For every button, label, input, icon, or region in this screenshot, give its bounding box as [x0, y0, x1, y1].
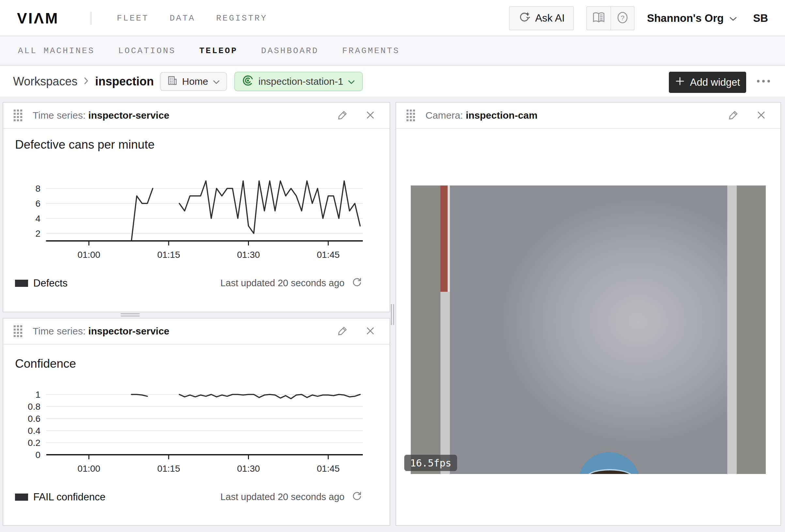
- chart-legend-row: Defects Last updated 20 seconds ago: [15, 277, 362, 290]
- legend-swatch: [15, 280, 28, 287]
- machine-selector[interactable]: inspection-station-1: [234, 72, 363, 91]
- docs-button[interactable]: [587, 7, 610, 30]
- svg-text:01:30: 01:30: [237, 250, 260, 260]
- camera-pale-stripe: [448, 185, 450, 292]
- svg-text:01:00: 01:00: [77, 463, 100, 474]
- widget-title: Camera: inspection-cam: [426, 110, 537, 121]
- camera-stream-image: [411, 185, 766, 474]
- building-icon: [167, 75, 177, 88]
- edit-pencil-icon[interactable]: [728, 110, 739, 122]
- chart-legend-row: FAIL confidence Last updated 20 seconds …: [15, 490, 362, 503]
- tab-all-machines[interactable]: ALL MACHINES: [18, 46, 95, 56]
- camera-right-stripe: [727, 185, 737, 474]
- machine-name: inspection-station-1: [258, 76, 343, 87]
- user-avatar[interactable]: SB: [753, 12, 768, 24]
- more-options-button[interactable]: [757, 80, 770, 82]
- timeseries-widget-confidence: Time series: inspector-service Confidenc…: [3, 318, 390, 526]
- column-resize-handle[interactable]: [391, 304, 394, 325]
- header-actions: Ask AI ?: [509, 0, 768, 36]
- camera-can-object: [578, 452, 640, 474]
- ask-ai-button[interactable]: Ask AI: [509, 6, 574, 30]
- legend-swatch: [15, 494, 28, 501]
- svg-text:01:45: 01:45: [317, 250, 340, 260]
- logo-divider: [91, 12, 91, 25]
- workspace-view-selector[interactable]: Home: [160, 72, 227, 91]
- workspace-toolbar: Workspaces inspection Home: [0, 66, 785, 97]
- breadcrumb-workspace-name[interactable]: inspection: [95, 75, 154, 88]
- svg-text:8: 8: [35, 184, 41, 194]
- add-widget-label: Add widget: [690, 77, 740, 88]
- refresh-icon[interactable]: [352, 490, 362, 503]
- camera-right-band: [737, 185, 766, 474]
- nav-item-fleet[interactable]: FLEET: [117, 14, 149, 23]
- plus-icon: [675, 76, 685, 89]
- drag-handle-icon[interactable]: [407, 109, 415, 121]
- machine-online-icon: [242, 75, 254, 89]
- camera-widget: Camera: inspection-cam: [396, 102, 781, 526]
- fleet-tabs: ALL MACHINES LOCATIONS TELEOP DASHBOARD …: [0, 36, 785, 65]
- svg-text:0.6: 0.6: [28, 414, 41, 424]
- last-updated-text: Last updated 20 seconds ago: [220, 278, 345, 289]
- svg-text:1: 1: [35, 390, 41, 400]
- ask-ai-label: Ask AI: [535, 12, 565, 24]
- svg-text:0: 0: [35, 450, 41, 460]
- breadcrumb: Workspaces inspection: [13, 66, 162, 97]
- camera-lower-stripe: [440, 292, 450, 474]
- workspace-view-label: Home: [182, 76, 208, 87]
- org-name: Shannon's Org: [647, 12, 724, 24]
- close-icon[interactable]: [756, 110, 766, 121]
- chevron-down-icon: [729, 12, 737, 24]
- camera-can-opening: [585, 469, 634, 474]
- svg-text:0.2: 0.2: [28, 438, 41, 448]
- refresh-icon[interactable]: [352, 277, 362, 290]
- ai-sparkle-icon: [518, 11, 531, 26]
- tab-fragments[interactable]: FRAGMENTS: [342, 46, 400, 56]
- nav-item-data[interactable]: DATA: [170, 14, 195, 23]
- svg-text:4: 4: [35, 214, 41, 223]
- svg-text:01:15: 01:15: [157, 250, 180, 260]
- tab-locations[interactable]: LOCATIONS: [118, 46, 176, 56]
- tab-teleop[interactable]: TELEOP: [199, 46, 238, 56]
- book-icon: [592, 12, 605, 24]
- legend-label: Defects: [33, 277, 68, 289]
- help-button[interactable]: ?: [610, 7, 634, 30]
- svg-text:?: ?: [621, 14, 625, 22]
- row-resize-handle[interactable]: [121, 313, 140, 317]
- widget-header: Camera: inspection-cam: [396, 103, 780, 129]
- last-updated-text: Last updated 20 seconds ago: [220, 491, 345, 502]
- chevron-down-icon: [348, 76, 355, 87]
- teleop-page: VIΛM FLEET DATA REGISTRY Ask AI: [0, 0, 785, 532]
- camera-red-stripe: [440, 185, 448, 292]
- tab-dashboard[interactable]: DASHBOARD: [261, 46, 319, 56]
- org-selector[interactable]: Shannon's Org: [647, 12, 737, 24]
- fps-badge: 16.5fps: [404, 455, 457, 471]
- legend-entry: FAIL confidence: [15, 491, 105, 503]
- svg-text:01:45: 01:45: [317, 463, 340, 474]
- viam-logo[interactable]: VIΛM: [17, 0, 59, 36]
- svg-text:01:15: 01:15: [157, 463, 180, 474]
- help-icon-group: ?: [586, 6, 635, 30]
- chevron-down-icon: [213, 76, 220, 87]
- chevron-right-icon: [83, 75, 89, 88]
- legend-label: FAIL confidence: [33, 491, 105, 503]
- svg-text:2: 2: [35, 229, 41, 239]
- svg-text:0.4: 0.4: [28, 426, 41, 436]
- add-widget-button[interactable]: Add widget: [669, 72, 746, 93]
- svg-text:01:30: 01:30: [237, 463, 260, 474]
- timeseries-widget-defects: Time series: inspector-service Defective…: [3, 102, 390, 312]
- camera-left-band: [411, 185, 440, 474]
- top-header: VIΛM FLEET DATA REGISTRY Ask AI: [0, 0, 785, 36]
- nav-item-registry[interactable]: REGISTRY: [216, 14, 267, 23]
- question-mark-icon: ?: [616, 11, 629, 25]
- breadcrumb-workspaces[interactable]: Workspaces: [13, 75, 77, 88]
- svg-text:6: 6: [35, 198, 41, 209]
- svg-text:01:00: 01:00: [77, 250, 100, 260]
- legend-entry: Defects: [15, 277, 68, 289]
- primary-nav: FLEET DATA REGISTRY: [117, 0, 267, 36]
- svg-text:0.8: 0.8: [28, 402, 41, 412]
